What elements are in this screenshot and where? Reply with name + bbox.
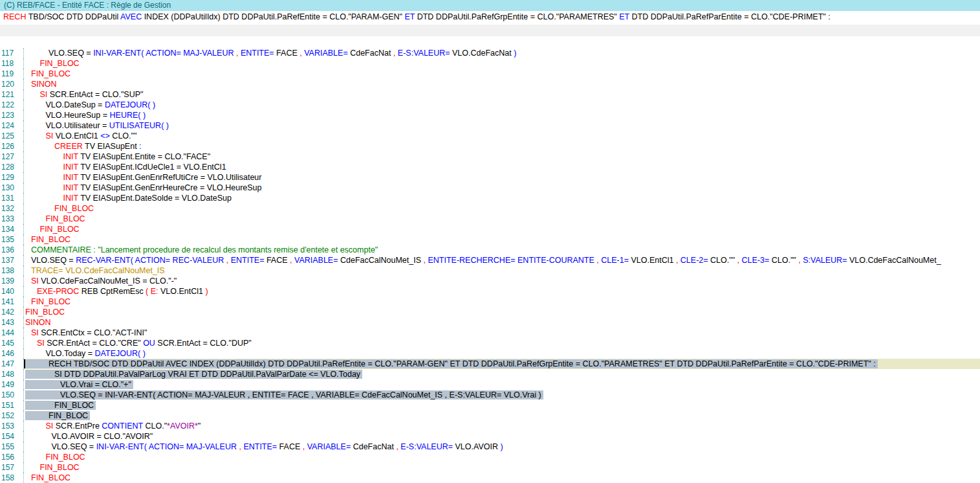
code-token: RECH xyxy=(3,12,26,21)
code-token: INIT xyxy=(63,152,78,161)
code-line[interactable]: 124VLO.Utilisateur = UTILISATEUR( ) xyxy=(0,120,980,131)
code-text: FIN_BLOC xyxy=(25,235,71,244)
code-line[interactable]: 128INIT TV EIASupEnt.ICdUeCle1 = VLO.Ent… xyxy=(0,162,980,172)
code-token: ET xyxy=(619,12,629,21)
code-line[interactable]: 118FIN_BLOC xyxy=(0,58,980,69)
code-line[interactable]: 144SI SCR.EntCtx = CLO."ACT-INI" xyxy=(0,328,980,338)
code-text: FIN_BLOC xyxy=(25,59,80,68)
code-line[interactable]: 153SI SCR.EntPre CONTIENT CLO."*AVOIR*" xyxy=(0,421,980,431)
code-token: VLO.DateSup = xyxy=(46,100,105,109)
code-line[interactable]: 121SI SCR.EntAct = CLO."SUP" xyxy=(0,89,980,100)
code-text: INIT TV EIASupEnt.ICdUeCle1 = VLO.EntCl1 xyxy=(25,163,226,172)
code-line[interactable]: 133FIN_BLOC xyxy=(0,214,980,224)
code-text: FIN_BLOC xyxy=(25,225,80,234)
line-number: 155 xyxy=(0,442,24,452)
code-line-body: EXE-PROC REB CptRemEsc ( E: VLO.EntCl1 ) xyxy=(24,286,980,297)
code-token: REC-VAR-ENT( xyxy=(76,256,133,265)
line-number: 150 xyxy=(0,390,24,400)
code-line[interactable]: 140EXE-PROC REB CptRemEsc ( E: VLO.EntCl… xyxy=(0,286,980,297)
code-line[interactable]: 137VLO.SEQ = REC-VAR-ENT( ACTION= REC-VA… xyxy=(0,255,980,265)
code-line-body: COMMENTAIRE : "Lancement procedure de re… xyxy=(24,245,980,255)
code-token: TRACE= VLO.CdeFacCalNouMet_IS xyxy=(31,266,165,275)
code-token: , xyxy=(673,256,680,265)
code-token: ENTITE-RECHERCHE= xyxy=(428,256,515,265)
code-token: SCR.EntCtx = CLO."ACT-INI" xyxy=(39,328,147,337)
code-token: , xyxy=(224,256,230,265)
code-token: SINON xyxy=(31,80,57,89)
code-line[interactable]: 135FIN_BLOC xyxy=(0,234,980,245)
code-line[interactable]: 158FIN_BLOC xyxy=(0,473,980,483)
code-line[interactable]: 141FIN_BLOC xyxy=(0,297,980,307)
code-token: DATEJOUR( ) xyxy=(105,100,155,109)
code-line[interactable]: 145SI SCR.EntAct = CLO."CRE" OU SCR.EntA… xyxy=(0,338,980,348)
code-token: TV EIASupEnt.GenEnrRefUtiCre = VLO.Utili… xyxy=(78,173,262,182)
code-token: AVEC xyxy=(120,12,142,21)
code-line[interactable]: 117VLO.SEQ = INI-VAR-ENT( ACTION= MAJ-VA… xyxy=(0,48,980,58)
code-token: VLO.EntCl1 xyxy=(158,287,206,296)
code-editor[interactable]: 117VLO.SEQ = INI-VAR-ENT( ACTION= MAJ-VA… xyxy=(0,48,980,483)
code-token: FIN_BLOC xyxy=(54,401,94,410)
code-line[interactable]: 148SI DTD DDPaUtil.PaValParLog VRAI ET D… xyxy=(0,369,980,379)
code-line[interactable]: 157FIN_BLOC xyxy=(0,462,980,473)
code-line[interactable]: 122VLO.DateSup = DATEJOUR( ) xyxy=(0,100,980,110)
code-token: SCR.EntPre xyxy=(53,421,102,431)
code-line[interactable]: 136COMMENTAIRE : "Lancement procedure de… xyxy=(0,245,980,255)
line-number: 123 xyxy=(0,110,24,120)
code-line-body: VLO.HeureSup = HEURE( ) xyxy=(24,110,980,120)
code-line[interactable]: 125SI VLO.EntCl1 <> CLO."" xyxy=(0,131,980,141)
code-line[interactable]: 146VLO.Today = DATEJOUR( ) xyxy=(0,348,980,359)
code-line[interactable]: 123VLO.HeureSup = HEURE( ) xyxy=(0,110,980,120)
code-text: VLO.SEQ = INI-VAR-ENT( ACTION= MAJ-VALEU… xyxy=(25,442,503,451)
code-line[interactable]: 142FIN_BLOC xyxy=(0,307,980,317)
code-line[interactable]: 143SINON xyxy=(0,317,980,328)
code-line[interactable]: 129INIT TV EIASupEnt.GenEnrRefUtiCre = V… xyxy=(0,172,980,183)
line-number: 153 xyxy=(0,421,24,431)
code-line-body: FIN_BLOC xyxy=(24,214,980,224)
line-number: 131 xyxy=(0,193,24,203)
code-line[interactable]: 134FIN_BLOC xyxy=(0,224,980,234)
line-number: 136 xyxy=(0,245,24,255)
code-line-body: SINON xyxy=(24,317,980,328)
code-token: CONTIENT xyxy=(102,421,143,431)
code-text: FIN_BLOC xyxy=(25,453,85,462)
code-line[interactable]: 154VLO.AVOIR = CLO."AVOIR" xyxy=(0,431,980,442)
code-text: SI SCR.EntCtx = CLO."ACT-INI" xyxy=(25,328,147,337)
code-line[interactable]: 120SINON xyxy=(0,79,980,89)
code-token: VLO.Today = xyxy=(46,349,95,358)
code-line[interactable]: 152FIN_BLOC xyxy=(0,410,980,421)
code-token: INIT xyxy=(63,163,78,172)
code-line[interactable]: 139SI VLO.CdeFacCalNouMet_IS = CLO."-" xyxy=(0,276,980,286)
code-token: ENTITE-COURANTE xyxy=(517,256,594,265)
code-line[interactable]: 131INIT TV EIASupEnt.DateSolde = VLO.Dat… xyxy=(0,193,980,203)
code-line[interactable]: 126CREER TV EIASupEnt : xyxy=(0,141,980,152)
code-text: EXE-PROC REB CptRemEsc ( E: VLO.EntCl1 ) xyxy=(25,287,208,296)
code-token: , xyxy=(234,49,240,58)
code-line[interactable]: 156FIN_BLOC xyxy=(0,452,980,462)
code-line-body: FIN_BLOC xyxy=(24,203,980,214)
code-token: VLO.Utilisateur = xyxy=(46,121,109,130)
code-line-body: SI VLO.CdeFacCalNouMet_IS = CLO."-" xyxy=(24,276,980,286)
code-text: SI SCR.EntPre CONTIENT CLO."*AVOIR*" xyxy=(25,421,201,431)
code-token: VLO.SEQ = xyxy=(31,256,76,265)
code-token: E-S:VALEUR= xyxy=(398,49,450,58)
selection-highlight: VLO.SEQ = INI-VAR-ENT( ACTION= MAJ-VALEU… xyxy=(25,390,543,399)
code-line[interactable]: 150VLO.SEQ = INI-VAR-ENT( ACTION= MAJ-VA… xyxy=(0,390,980,400)
code-token: VLO.AVOIR xyxy=(453,442,500,451)
code-token: FIN_BLOC xyxy=(46,214,85,223)
code-line[interactable]: 132FIN_BLOC xyxy=(0,203,980,214)
line-number: 152 xyxy=(0,410,24,421)
code-line[interactable]: 130INIT TV EIASupEnt.GenEnrHeureCre = VL… xyxy=(0,183,980,193)
code-line[interactable]: 151FIN_BLOC xyxy=(0,400,980,410)
code-line[interactable]: 155VLO.SEQ = INI-VAR-ENT( ACTION= MAJ-VA… xyxy=(0,442,980,452)
code-line[interactable]: 149VLO.Vrai = CLO."+" xyxy=(0,379,980,390)
code-line[interactable]: 127INIT TV EIASupEnt.Entite = CLO."FACE" xyxy=(0,152,980,162)
code-line-body: VLO.SEQ = INI-VAR-ENT( ACTION= MAJ-VALEU… xyxy=(24,390,980,400)
code-line[interactable]: 138TRACE= VLO.CdeFacCalNouMet_IS xyxy=(0,265,980,276)
code-token: SI xyxy=(46,131,54,140)
code-token: RECH TBD/SOC DTD DDPaUtil AVEC INDEX (DD… xyxy=(49,359,876,368)
code-line[interactable]: 119FIN_BLOC xyxy=(0,69,980,79)
code-token: FIN_BLOC xyxy=(40,59,80,68)
code-text: VLO.SEQ = INI-VAR-ENT( ACTION= MAJ-VALEU… xyxy=(25,49,516,58)
code-line[interactable]: 147RECH TBD/SOC DTD DDPaUtil AVEC INDEX … xyxy=(0,359,980,369)
line-number: 135 xyxy=(0,234,24,245)
